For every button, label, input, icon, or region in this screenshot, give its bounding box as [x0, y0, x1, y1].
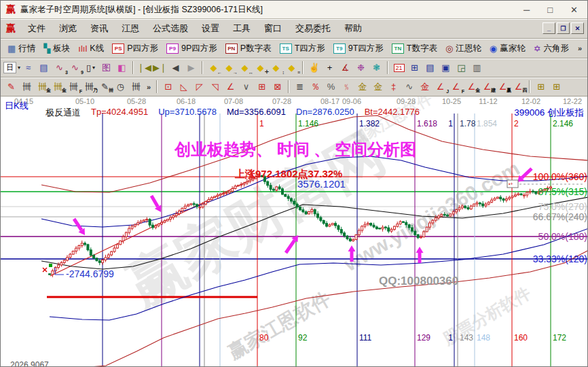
gann-wheel-button[interactable]: ◎江恩轮 — [441, 41, 485, 56]
p-number-button[interactable]: PNP数字表 — [221, 41, 276, 56]
grid-box2-button[interactable]: ⊠ — [270, 80, 285, 94]
menu-item-窗口[interactable]: 窗口 — [257, 20, 289, 37]
pan-hand-button[interactable]: ✌ — [306, 60, 322, 75]
mdi-restore-button[interactable]: ❐ — [557, 22, 570, 34]
next-button[interactable]: ▶ — [183, 60, 199, 75]
gold-grid1-button[interactable]: 卌金 — [35, 80, 50, 94]
gann-flower-button[interactable]: ❉ — [353, 60, 369, 75]
calendar-button[interactable]: 21 — [391, 60, 407, 75]
angle-lines-button[interactable]: ∠ — [223, 80, 238, 94]
f-grid-button[interactable]: 卌F — [66, 80, 81, 94]
lines-tool-button[interactable]: ≣ — [292, 80, 308, 94]
wave-tool-button[interactable]: ∿ — [401, 80, 417, 94]
period-day-button[interactable]: 日▾ — [3, 60, 20, 75]
tick-grid-button[interactable]: 卌 — [128, 80, 144, 94]
gold-line-button[interactable]: 金 — [417, 80, 433, 94]
brain-button[interactable]: ❃ — [369, 60, 384, 75]
menu-item-资讯[interactable]: 资讯 — [84, 20, 115, 37]
trend-wave-button[interactable]: ≈ — [20, 60, 36, 75]
menu-item-浏览[interactable]: 浏览 — [52, 20, 84, 37]
zoom-wide-button[interactable]: ◆↔ — [237, 60, 253, 75]
f-angle-button[interactable]: ∠F — [448, 80, 464, 94]
toolbar-main-overflow[interactable]: » — [575, 44, 585, 52]
maximize-button[interactable]: □ — [547, 5, 553, 15]
signal-arrow-up-3-head — [416, 247, 424, 253]
menu-item-工具[interactable]: 工具 — [226, 20, 257, 37]
menu-item-江恩[interactable]: 江恩 — [115, 20, 146, 37]
zoom-in-button[interactable]: ◆✛ — [253, 60, 268, 75]
menu-item-帮助[interactable]: 帮助 — [337, 20, 369, 37]
si-angle-button[interactable]: ∠四 — [511, 80, 526, 94]
box-lines-button[interactable]: ◹ — [207, 80, 223, 94]
v-lines-icon: ∨ — [243, 82, 250, 92]
pattern-button[interactable]: 图 — [98, 60, 114, 75]
chart3-button[interactable]: ∿3 — [52, 60, 67, 75]
crosshair-button[interactable]: + — [322, 60, 337, 75]
candle-body — [317, 214, 319, 217]
v-lines-button[interactable]: ∨ — [238, 80, 254, 94]
menu-item-交易委托[interactable]: 交易委托 — [289, 20, 337, 37]
zoom-right-button[interactable]: ◆→ — [221, 60, 237, 75]
quotes-button[interactable]: ▦行情 — [3, 41, 39, 56]
fan-box-button[interactable]: ◸ — [191, 80, 207, 94]
zoom-out-button[interactable]: ◆↕ — [268, 60, 284, 75]
kline-button[interactable]: ılılK线 — [74, 41, 108, 56]
sectors-button[interactable]: ▚板块 — [39, 41, 74, 56]
chart9-button[interactable]: ∿9 — [67, 60, 83, 75]
gann-box2-button[interactable]: ⊞ — [549, 80, 564, 94]
gold-angle-button[interactable]: ∠金 — [464, 80, 479, 94]
gann-box1-button[interactable]: ⊞ — [533, 80, 549, 94]
spiral-grid-button[interactable]: 卌乃 — [81, 80, 97, 94]
candle-body — [420, 237, 422, 238]
jian-angle-button[interactable]: ∠建 — [479, 80, 495, 94]
print-button[interactable]: ▥ — [469, 60, 485, 75]
percent-button[interactable]: % — [323, 80, 339, 94]
angle-tool-button[interactable]: ∡ — [337, 60, 353, 75]
notes-button[interactable]: ▤ — [422, 60, 438, 75]
j-angle-button[interactable]: ∠J — [433, 80, 448, 94]
t-square-button[interactable]: TST四方形 — [276, 41, 329, 56]
percent-lines-button[interactable]: ﹪ — [339, 80, 354, 94]
close-button[interactable]: ✕ — [570, 5, 578, 15]
color-chart-button[interactable]: ◧ — [114, 60, 130, 75]
9t-square-button[interactable]: T99T四方形 — [329, 41, 388, 56]
percent-zone-button[interactable]: ％ — [308, 80, 323, 94]
menu-item-设置[interactable]: 设置 — [195, 20, 226, 37]
winner-wheel-button[interactable]: ◉赢家轮 — [485, 41, 530, 56]
zoom-all-button[interactable]: ◆≡ — [284, 60, 299, 75]
toolbar-draw-overflow[interactable]: » — [144, 83, 153, 91]
hexagon-button[interactable]: ✡六角形 — [530, 41, 573, 56]
zoom-left-button[interactable]: ◆← — [206, 60, 221, 75]
gann-grid-button[interactable]: 卌 — [19, 80, 35, 94]
rect-tool-button[interactable]: ⊡ — [160, 80, 176, 94]
p-square-button[interactable]: PSP四方形 — [108, 41, 162, 56]
calculator-button[interactable]: ⊞ — [407, 60, 422, 75]
candle-body — [240, 184, 242, 185]
mdi-minimize-button[interactable]: _ — [543, 22, 555, 34]
report-button[interactable]: ▤ — [36, 60, 52, 75]
grid-box1-button[interactable]: ⊞ — [254, 80, 270, 94]
fan-tool-button[interactable]: ◺ — [176, 80, 191, 94]
9p-square-button[interactable]: P99P四方形 — [162, 41, 221, 56]
gold-grid2-button[interactable]: 卌金 — [50, 80, 66, 94]
gold-section2-button[interactable]: 金 — [370, 80, 386, 94]
capture-button[interactable]: ◲ — [454, 60, 469, 75]
minimize-button[interactable]: ─ — [523, 5, 530, 15]
clock-grid-button[interactable]: ◷ — [113, 80, 128, 94]
candle-style-button[interactable]: ▯▾ — [83, 60, 98, 75]
menu-item-文件[interactable]: 文件 — [21, 20, 52, 37]
first-button[interactable]: ❘◀ — [136, 60, 152, 75]
menu-item-公式选股[interactable]: 公式选股 — [146, 20, 195, 37]
pen-grid-button[interactable]: ✎卌 — [97, 80, 113, 94]
t-number-button[interactable]: TNT数字表 — [388, 41, 441, 56]
last-button[interactable]: ▶❘ — [152, 60, 168, 75]
candle-body — [390, 229, 392, 231]
win-angle-button[interactable]: ∠赢 — [495, 80, 511, 94]
gold-section1-button[interactable]: 金 — [354, 80, 370, 94]
save-button[interactable]: ▣ — [438, 60, 454, 75]
chart-canvas[interactable]: 赢家财富网www.yingjia360.com赢家江恩软件股票分析软件赢家江恩软… — [1, 97, 587, 367]
mdi-close-button[interactable]: ✕ — [571, 22, 584, 34]
candle-pen-button[interactable]: ‡ — [386, 80, 401, 94]
draw-pen-button[interactable]: ✎ — [3, 80, 19, 94]
prev-button[interactable]: ◀ — [168, 60, 183, 75]
